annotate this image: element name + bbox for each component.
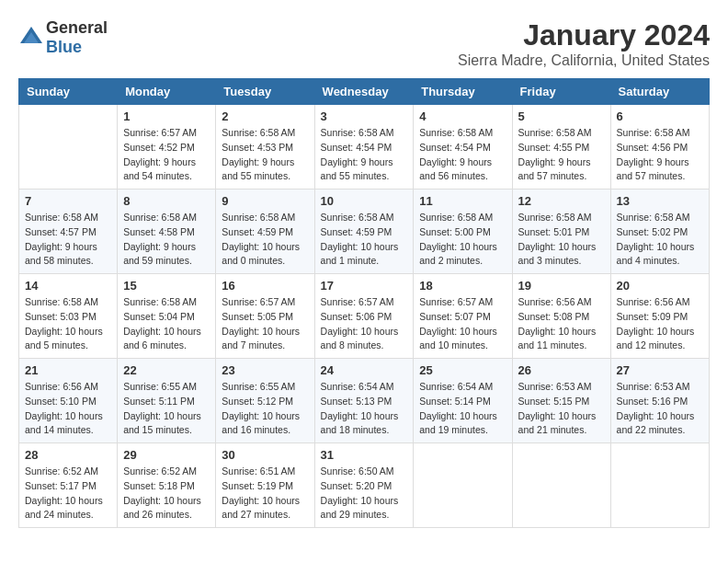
day-number: 6 xyxy=(617,109,703,123)
day-number: 16 xyxy=(222,279,308,293)
day-number: 22 xyxy=(123,363,210,377)
calendar-cell: 13Sunrise: 6:58 AMSunset: 5:02 PMDayligh… xyxy=(610,190,709,274)
calendar-header-row: SundayMondayTuesdayWednesdayThursdayFrid… xyxy=(19,79,710,105)
day-info: Sunrise: 6:58 AMSunset: 5:00 PMDaylight:… xyxy=(419,211,506,269)
day-number: 9 xyxy=(222,194,308,208)
title-area: January 2024 Sierra Madre, California, U… xyxy=(458,18,710,69)
calendar-week-1: 1Sunrise: 6:57 AMSunset: 4:52 PMDaylight… xyxy=(19,105,710,190)
calendar-cell: 26Sunrise: 6:53 AMSunset: 5:15 PMDayligh… xyxy=(512,359,610,443)
calendar-cell: 7Sunrise: 6:58 AMSunset: 4:57 PMDaylight… xyxy=(19,190,118,274)
day-info: Sunrise: 6:58 AMSunset: 4:54 PMDaylight:… xyxy=(321,126,408,184)
calendar-cell: 9Sunrise: 6:58 AMSunset: 4:59 PMDaylight… xyxy=(216,190,314,274)
calendar-cell: 30Sunrise: 6:51 AMSunset: 5:19 PMDayligh… xyxy=(216,443,314,528)
day-info: Sunrise: 6:58 AMSunset: 4:57 PMDaylight:… xyxy=(25,211,111,269)
day-info: Sunrise: 6:56 AMSunset: 5:10 PMDaylight:… xyxy=(25,380,111,438)
day-number: 30 xyxy=(222,448,308,462)
column-header-monday: Monday xyxy=(118,79,216,105)
day-info: Sunrise: 6:58 AMSunset: 5:01 PMDaylight:… xyxy=(518,211,605,269)
calendar-cell xyxy=(512,443,610,528)
day-number: 28 xyxy=(25,448,111,462)
calendar-cell: 27Sunrise: 6:53 AMSunset: 5:16 PMDayligh… xyxy=(610,359,709,443)
day-info: Sunrise: 6:58 AMSunset: 4:53 PMDaylight:… xyxy=(222,126,308,184)
day-info: Sunrise: 6:58 AMSunset: 5:03 PMDaylight:… xyxy=(25,295,111,353)
logo: General Blue xyxy=(18,18,108,57)
logo-text: General Blue xyxy=(46,18,108,57)
day-info: Sunrise: 6:58 AMSunset: 4:58 PMDaylight:… xyxy=(123,211,210,269)
logo-icon xyxy=(18,25,44,51)
calendar-cell: 16Sunrise: 6:57 AMSunset: 5:05 PMDayligh… xyxy=(216,274,314,359)
calendar-cell: 3Sunrise: 6:58 AMSunset: 4:54 PMDaylight… xyxy=(314,105,414,190)
day-info: Sunrise: 6:56 AMSunset: 5:08 PMDaylight:… xyxy=(518,295,605,353)
day-number: 12 xyxy=(518,194,605,208)
column-header-sunday: Sunday xyxy=(19,79,118,105)
day-number: 19 xyxy=(518,279,605,293)
column-header-tuesday: Tuesday xyxy=(216,79,314,105)
calendar-cell: 11Sunrise: 6:58 AMSunset: 5:00 PMDayligh… xyxy=(414,190,512,274)
calendar-cell: 15Sunrise: 6:58 AMSunset: 5:04 PMDayligh… xyxy=(118,274,216,359)
day-number: 23 xyxy=(222,363,308,377)
calendar-cell: 23Sunrise: 6:55 AMSunset: 5:12 PMDayligh… xyxy=(216,359,314,443)
calendar-cell: 28Sunrise: 6:52 AMSunset: 5:17 PMDayligh… xyxy=(19,443,118,528)
day-number: 20 xyxy=(617,279,703,293)
day-number: 2 xyxy=(222,109,308,123)
calendar-cell: 21Sunrise: 6:56 AMSunset: 5:10 PMDayligh… xyxy=(19,359,118,443)
page-header: General Blue January 2024 Sierra Madre, … xyxy=(18,18,710,69)
day-number: 4 xyxy=(419,109,506,123)
day-info: Sunrise: 6:57 AMSunset: 5:07 PMDaylight:… xyxy=(419,295,506,353)
calendar-week-4: 21Sunrise: 6:56 AMSunset: 5:10 PMDayligh… xyxy=(19,359,710,443)
day-info: Sunrise: 6:55 AMSunset: 5:11 PMDaylight:… xyxy=(123,380,210,438)
calendar-cell: 24Sunrise: 6:54 AMSunset: 5:13 PMDayligh… xyxy=(314,359,414,443)
calendar-cell: 2Sunrise: 6:58 AMSunset: 4:53 PMDaylight… xyxy=(216,105,314,190)
calendar-cell: 12Sunrise: 6:58 AMSunset: 5:01 PMDayligh… xyxy=(512,190,610,274)
calendar-cell: 17Sunrise: 6:57 AMSunset: 5:06 PMDayligh… xyxy=(314,274,414,359)
day-info: Sunrise: 6:51 AMSunset: 5:19 PMDaylight:… xyxy=(222,465,308,523)
day-info: Sunrise: 6:58 AMSunset: 4:55 PMDaylight:… xyxy=(518,126,605,184)
column-header-friday: Friday xyxy=(512,79,610,105)
day-number: 29 xyxy=(123,448,210,462)
calendar-cell: 20Sunrise: 6:56 AMSunset: 5:09 PMDayligh… xyxy=(610,274,709,359)
column-header-wednesday: Wednesday xyxy=(314,79,414,105)
day-number: 15 xyxy=(123,279,210,293)
day-info: Sunrise: 6:54 AMSunset: 5:14 PMDaylight:… xyxy=(419,380,506,438)
calendar-cell: 1Sunrise: 6:57 AMSunset: 4:52 PMDaylight… xyxy=(118,105,216,190)
day-info: Sunrise: 6:58 AMSunset: 4:59 PMDaylight:… xyxy=(321,211,408,269)
day-info: Sunrise: 6:58 AMSunset: 5:04 PMDaylight:… xyxy=(123,295,210,353)
day-number: 5 xyxy=(518,109,605,123)
day-number: 21 xyxy=(25,363,111,377)
calendar-week-3: 14Sunrise: 6:58 AMSunset: 5:03 PMDayligh… xyxy=(19,274,710,359)
day-info: Sunrise: 6:52 AMSunset: 5:18 PMDaylight:… xyxy=(123,465,210,523)
day-number: 17 xyxy=(321,279,408,293)
calendar-week-5: 28Sunrise: 6:52 AMSunset: 5:17 PMDayligh… xyxy=(19,443,710,528)
day-info: Sunrise: 6:56 AMSunset: 5:09 PMDaylight:… xyxy=(617,295,703,353)
location-title: Sierra Madre, California, United States xyxy=(458,52,710,69)
day-info: Sunrise: 6:55 AMSunset: 5:12 PMDaylight:… xyxy=(222,380,308,438)
calendar-cell: 18Sunrise: 6:57 AMSunset: 5:07 PMDayligh… xyxy=(414,274,512,359)
day-number: 18 xyxy=(419,279,506,293)
day-number: 14 xyxy=(25,279,111,293)
calendar-table: SundayMondayTuesdayWednesdayThursdayFrid… xyxy=(18,78,710,528)
day-number: 11 xyxy=(419,194,506,208)
day-info: Sunrise: 6:58 AMSunset: 5:02 PMDaylight:… xyxy=(617,211,703,269)
day-number: 3 xyxy=(321,109,408,123)
calendar-cell: 4Sunrise: 6:58 AMSunset: 4:54 PMDaylight… xyxy=(414,105,512,190)
day-info: Sunrise: 6:57 AMSunset: 5:06 PMDaylight:… xyxy=(321,295,408,353)
day-info: Sunrise: 6:53 AMSunset: 5:15 PMDaylight:… xyxy=(518,380,605,438)
calendar-cell: 8Sunrise: 6:58 AMSunset: 4:58 PMDaylight… xyxy=(118,190,216,274)
calendar-cell: 29Sunrise: 6:52 AMSunset: 5:18 PMDayligh… xyxy=(118,443,216,528)
column-header-thursday: Thursday xyxy=(414,79,512,105)
logo-blue: Blue xyxy=(46,38,82,56)
calendar-cell xyxy=(19,105,118,190)
day-number: 8 xyxy=(123,194,210,208)
day-number: 27 xyxy=(617,363,703,377)
day-info: Sunrise: 6:54 AMSunset: 5:13 PMDaylight:… xyxy=(321,380,408,438)
month-title: January 2024 xyxy=(458,18,710,52)
day-info: Sunrise: 6:58 AMSunset: 4:54 PMDaylight:… xyxy=(419,126,506,184)
calendar-cell: 22Sunrise: 6:55 AMSunset: 5:11 PMDayligh… xyxy=(118,359,216,443)
day-info: Sunrise: 6:57 AMSunset: 5:05 PMDaylight:… xyxy=(222,295,308,353)
calendar-cell: 31Sunrise: 6:50 AMSunset: 5:20 PMDayligh… xyxy=(314,443,414,528)
day-number: 26 xyxy=(518,363,605,377)
day-number: 1 xyxy=(123,109,210,123)
calendar-cell: 6Sunrise: 6:58 AMSunset: 4:56 PMDaylight… xyxy=(610,105,709,190)
logo-general: General xyxy=(46,18,108,37)
day-info: Sunrise: 6:57 AMSunset: 4:52 PMDaylight:… xyxy=(123,126,210,184)
